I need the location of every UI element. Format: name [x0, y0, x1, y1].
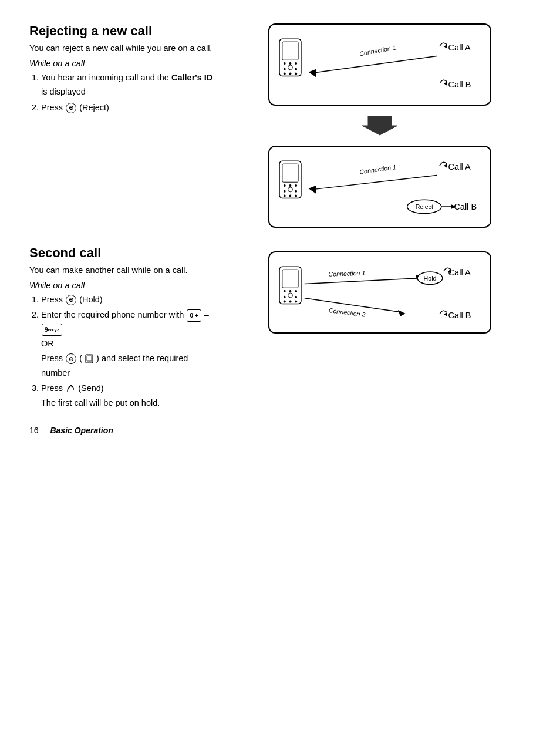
svg-rect-41 [87, 356, 92, 361]
svg-line-11 [311, 56, 437, 73]
svg-text:Call A: Call A [448, 268, 471, 277]
reject-step1: You hear an incoming call and the Caller… [41, 70, 217, 99]
second-intro: You can make another call while on a cal… [29, 264, 217, 277]
second-while: While on a call [29, 279, 217, 292]
menu-key-2-icon: ⊝ [66, 295, 76, 305]
svg-point-23 [289, 184, 292, 187]
footer: 16 Basic Operation [29, 426, 113, 435]
svg-text:Connection 2: Connection 2 [328, 306, 366, 318]
second-left: Second call You can make another call wh… [29, 245, 229, 412]
reject-section: Rejecting a new call You can reject a ne… [29, 23, 531, 228]
reject-diagrams: Connection 1 Call A Call B [229, 23, 531, 228]
svg-point-6 [284, 68, 286, 70]
second-title: Second call [29, 245, 217, 261]
svg-point-25 [284, 190, 286, 193]
svg-text:Connection 1: Connection 1 [359, 44, 396, 58]
second-step3: Press (Send) The first call will be put … [41, 381, 217, 410]
reject-intro: You can reject a new call while you are … [29, 42, 217, 55]
svg-marker-18 [362, 116, 397, 135]
svg-point-47 [289, 290, 292, 292]
svg-point-49 [284, 296, 286, 298]
svg-point-8 [284, 73, 286, 75]
svg-text:Reject: Reject [416, 203, 433, 210]
svg-point-22 [284, 184, 286, 187]
svg-text:Connection 1: Connection 1 [359, 163, 397, 176]
svg-point-50 [295, 296, 297, 298]
second-svg: Connection 1 Connection 2 Hold Call A Ca… [269, 252, 490, 332]
svg-text:Hold: Hold [424, 275, 437, 282]
svg-point-27 [284, 195, 286, 197]
svg-marker-58 [398, 310, 406, 316]
svg-point-52 [289, 301, 292, 303]
svg-rect-20 [282, 164, 298, 182]
svg-point-53 [295, 301, 297, 303]
svg-line-30 [311, 176, 437, 190]
svg-point-10 [295, 73, 297, 75]
svg-marker-31 [309, 186, 316, 194]
svg-marker-17 [444, 82, 447, 86]
second-diagram: Connection 1 Connection 2 Hold Call A Ca… [268, 251, 491, 334]
svg-text:Call B: Call B [448, 80, 471, 89]
key-0-icon: 0 + [187, 309, 201, 322]
svg-point-5 [295, 62, 297, 65]
svg-line-54 [305, 278, 420, 284]
footer-page-number: 16 [29, 426, 39, 435]
svg-text:Connection 1: Connection 1 [328, 270, 365, 278]
menu-key-icon: ⊝ [66, 103, 76, 113]
reject-step2: Press ⊝ (Reject) [41, 100, 217, 115]
svg-point-4 [289, 62, 292, 65]
reject-steps: You hear an incoming call and the Caller… [41, 70, 217, 115]
svg-point-7 [295, 68, 297, 70]
svg-rect-44 [282, 270, 298, 288]
svg-point-24 [295, 184, 297, 187]
svg-text:Call A: Call A [448, 162, 471, 171]
svg-point-3 [284, 62, 286, 65]
svg-point-48 [295, 290, 297, 292]
second-steps: Press ⊝ (Hold) Enter the required phone … [41, 292, 217, 410]
svg-text:Call A: Call A [448, 43, 471, 52]
second-step3-note: The first call will be put on hold. [41, 398, 160, 407]
svg-point-29 [295, 195, 297, 197]
svg-point-46 [284, 290, 286, 292]
svg-point-28 [289, 195, 292, 197]
reject-title: Rejecting a new call [29, 23, 217, 39]
second-step2: Enter the required phone number with 0 +… [41, 308, 217, 380]
second-step1: Press ⊝ (Hold) [41, 292, 217, 307]
svg-rect-1 [282, 42, 298, 60]
reject-diagram-top: Connection 1 Call A Call B [268, 23, 491, 106]
second-section: Second call You can make another call wh… [29, 245, 531, 412]
svg-point-26 [295, 190, 297, 193]
svg-text:Call B: Call B [448, 311, 471, 320]
send-phone-icon [65, 384, 76, 395]
footer-title: Basic Operation [50, 426, 113, 435]
reject-down-arrow [268, 115, 491, 136]
reject-top-svg: Connection 1 Call A Call B [269, 25, 490, 105]
svg-point-51 [284, 301, 286, 303]
page: Rejecting a new call You can reject a ne… [0, 0, 560, 453]
key-9-icon: 9wxyz [42, 324, 62, 336]
phonebook-icon [85, 354, 94, 363]
reject-diagram-bottom: Connection 1 Call A Call B Reject [268, 146, 491, 228]
svg-text:Call B: Call B [454, 202, 477, 211]
second-step2-press: Press [41, 353, 65, 363]
svg-marker-12 [309, 69, 316, 78]
menu-key-3-icon: ⊝ [66, 353, 76, 364]
svg-marker-65 [444, 312, 447, 316]
svg-marker-34 [444, 164, 447, 168]
svg-marker-15 [444, 45, 447, 49]
reject-bottom-svg: Connection 1 Call A Call B Reject [269, 147, 490, 227]
reject-left: Rejecting a new call You can reject a ne… [29, 23, 229, 116]
second-diagrams: Connection 1 Connection 2 Hold Call A Ca… [229, 245, 531, 334]
svg-point-9 [289, 73, 292, 75]
reject-while: While on a call [29, 58, 217, 70]
